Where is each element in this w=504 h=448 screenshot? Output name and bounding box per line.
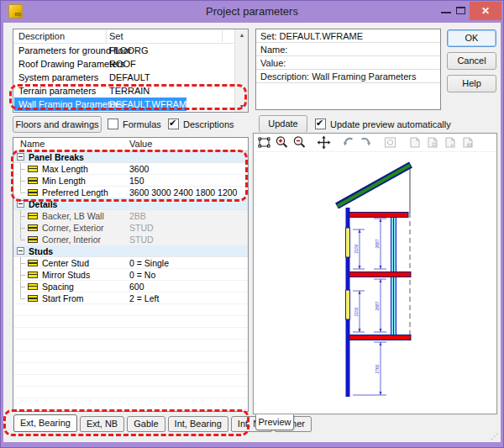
tab-preview[interactable]: Preview (255, 414, 294, 430)
pan-icon[interactable] (317, 135, 331, 150)
help-button[interactable]: Help (447, 75, 496, 92)
parameter-icon (28, 224, 38, 231)
rotate-left-icon[interactable] (341, 135, 355, 150)
parameter-name: Preferred Length (42, 187, 108, 198)
dimension-label: 2760 (375, 364, 380, 373)
collapse-icon[interactable] (17, 247, 24, 255)
zoom-in-icon[interactable] (275, 135, 289, 150)
tree-empty-row (13, 387, 248, 398)
scroll-down-icon[interactable]: ▼ (235, 103, 249, 109)
zoom-area-icon[interactable] (257, 135, 271, 150)
tree-group-label: Panel Breaks (29, 152, 84, 162)
page-copy-icon (443, 135, 457, 150)
tree-item-row[interactable]: Spacing600 (13, 281, 248, 293)
tab-gable[interactable]: Gable (127, 416, 165, 432)
param-set-row[interactable]: System parametersDEFAULT (13, 71, 248, 84)
close-icon[interactable]: ✕ (470, 2, 501, 20)
tree-group-row[interactable]: Panel Breaks (13, 151, 248, 163)
param-set-row[interactable]: Wall Framing ParametersDEFAULT.WFRAME (13, 98, 248, 111)
auto-update-checkbox-label[interactable]: Update preview automatically (330, 119, 451, 129)
tree-empty-row (13, 375, 248, 387)
maximize-icon[interactable] (456, 7, 465, 14)
parameter-tree-header[interactable]: Name Value (13, 138, 248, 151)
preview-pane: 2150 2687 2150 2687 2760 (253, 133, 497, 414)
tree-item-row[interactable]: Center Stud0 = Single (13, 257, 248, 269)
tree-item-row[interactable]: Min Length150 (13, 175, 248, 187)
dimension-label: 2150 (354, 244, 359, 253)
param-set-list-header[interactable]: Description Set (13, 29, 248, 44)
param-set-list[interactable]: Description Set Parameters for ground fl… (13, 29, 249, 113)
parameter-icon (28, 236, 38, 243)
titlebar[interactable]: BD Project parameters ✕ (1, 1, 503, 23)
cancel-button[interactable]: Cancel (447, 52, 496, 70)
auto-update-checkbox[interactable] (315, 119, 326, 129)
tree-item-row[interactable]: Corner, ExteriorSTUD (13, 222, 248, 234)
column-separator (222, 30, 223, 42)
resize-grip[interactable]: ⋰ (491, 433, 497, 440)
info-description-line: Description: Wall Framing Parameters (256, 70, 440, 83)
parameter-value[interactable]: 0 = No (129, 270, 155, 280)
info-value-line: Value: (256, 56, 440, 70)
ok-button[interactable]: OK (447, 29, 496, 47)
update-button[interactable]: Update (259, 115, 307, 133)
selection-info-panel: Set: DEFAULT.WFRAME Name: Value: Descrip… (255, 29, 441, 110)
parameter-value[interactable]: STUD (129, 223, 154, 233)
parameter-icon (28, 189, 38, 196)
rotate-right-icon[interactable] (359, 135, 373, 150)
parameter-value[interactable]: 150 (129, 176, 144, 186)
param-set-code: DEFAULT.WFRAME (109, 99, 192, 109)
column-header-description[interactable]: Description (18, 31, 65, 41)
column-separator (106, 30, 107, 42)
parameter-name: Backer, LB Wall (42, 211, 104, 221)
parameter-value[interactable]: 0 = Single (129, 258, 169, 268)
floors-and-drawings-button[interactable]: Floors and drawings (13, 116, 102, 133)
parameter-tree[interactable]: Name Value Panel BreaksMax Length3600Min… (13, 137, 249, 412)
collapse-icon[interactable] (17, 153, 24, 161)
column-header-set[interactable]: Set (109, 31, 123, 41)
tree-empty-row (13, 363, 248, 375)
param-set-row[interactable]: Roof Drawing ParametersROOF (13, 57, 248, 71)
parameter-name: Min Length (42, 176, 86, 186)
tab-ext-bearing[interactable]: Ext, Bearing (13, 414, 77, 432)
param-set-row[interactable]: Parameters for ground floorFLOORG (13, 44, 248, 57)
formulas-checkbox-label[interactable]: Formulas (123, 119, 161, 129)
column-header-name[interactable]: Name (20, 139, 45, 149)
tree-group-row[interactable]: Studs (13, 245, 248, 257)
tree-item-row[interactable]: Backer, LB Wall2BB (13, 210, 248, 222)
param-set-row[interactable]: Terrain parametersTERRAIN (13, 84, 248, 98)
descriptions-checkbox-label[interactable]: Descriptions (183, 119, 234, 129)
tree-item-row[interactable]: Corner, InteriorSTUD (13, 234, 248, 245)
param-set-code: TERRAIN (109, 86, 150, 96)
parameter-icon (28, 283, 38, 290)
zoom-out-icon[interactable] (292, 135, 307, 150)
parameter-name: Center Stud (42, 258, 89, 268)
column-header-value[interactable]: Value (129, 139, 152, 149)
param-set-description: Wall Framing Parameters (18, 99, 123, 109)
parameter-icon (28, 295, 38, 302)
tree-item-row[interactable]: Preferred Length3600 3000 2400 1800 1200 (13, 187, 248, 198)
collapse-icon[interactable] (17, 200, 24, 208)
window-title: Project parameters (1, 1, 503, 23)
page-copy-icon (407, 135, 422, 150)
parameter-value[interactable]: 3600 (129, 164, 149, 174)
tab-ext-nb[interactable]: Ext, NB (80, 416, 124, 432)
scroll-up-icon[interactable]: ▲ (235, 32, 249, 38)
minimize-icon[interactable] (441, 12, 451, 13)
parameter-name: Corner, Interior (42, 235, 101, 245)
scrollbar[interactable]: ▲ ▼ (234, 29, 248, 112)
tree-empty-row (13, 316, 248, 328)
tree-empty-row (13, 398, 248, 410)
formulas-checkbox[interactable] (108, 119, 118, 129)
tree-item-row[interactable]: Max Length3600 (13, 163, 248, 175)
tree-item-row[interactable]: Mirror Studs0 = No (13, 269, 248, 281)
tab-int-bearing[interactable]: Int, Bearing (168, 416, 228, 432)
parameter-value[interactable]: STUD (129, 235, 154, 245)
parameter-value[interactable]: 2BB (129, 211, 146, 221)
descriptions-checkbox[interactable] (168, 119, 179, 129)
tree-item-row[interactable]: Start From2 = Left (13, 293, 248, 304)
tree-body: Panel BreaksMax Length3600Min Length150P… (13, 151, 248, 410)
tree-group-row[interactable]: Details (13, 198, 248, 210)
parameter-value[interactable]: 3600 3000 2400 1800 1200 (129, 187, 237, 198)
parameter-value[interactable]: 2 = Left (129, 293, 159, 303)
parameter-value[interactable]: 600 (129, 282, 144, 292)
